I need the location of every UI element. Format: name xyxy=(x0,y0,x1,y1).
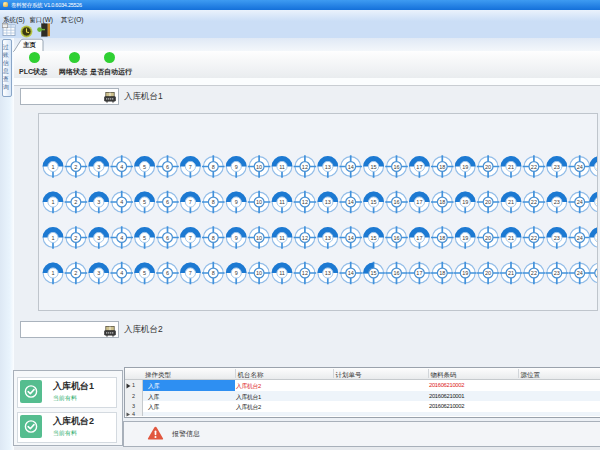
svg-text:14: 14 xyxy=(347,234,353,240)
svg-text:7: 7 xyxy=(188,163,191,169)
svg-text:22: 22 xyxy=(530,234,536,240)
svg-text:15: 15 xyxy=(370,199,376,205)
svg-text:18: 18 xyxy=(439,234,445,240)
svg-text:18: 18 xyxy=(439,163,445,169)
svg-text:15: 15 xyxy=(370,163,376,169)
svg-text:5: 5 xyxy=(143,270,146,276)
svg-text:20: 20 xyxy=(485,199,491,205)
svg-text:13: 13 xyxy=(324,163,330,169)
svg-text:21: 21 xyxy=(507,270,513,276)
svg-text:5: 5 xyxy=(143,234,146,240)
svg-text:7: 7 xyxy=(188,270,191,276)
svg-text:13: 13 xyxy=(324,199,330,205)
svg-text:12: 12 xyxy=(301,199,307,205)
svg-text:3: 3 xyxy=(97,270,100,276)
svg-text:8: 8 xyxy=(211,270,214,276)
svg-text:23: 23 xyxy=(553,163,559,169)
svg-text:11: 11 xyxy=(279,270,285,276)
svg-text:19: 19 xyxy=(462,163,468,169)
svg-text:9: 9 xyxy=(234,199,237,205)
svg-text:18: 18 xyxy=(439,270,445,276)
svg-text:9: 9 xyxy=(234,234,237,240)
svg-text:16: 16 xyxy=(393,270,399,276)
svg-text:8: 8 xyxy=(211,234,214,240)
svg-text:2: 2 xyxy=(74,234,77,240)
svg-text:1: 1 xyxy=(51,234,54,240)
svg-text:19: 19 xyxy=(462,199,468,205)
svg-text:23: 23 xyxy=(553,270,559,276)
svg-text:2: 2 xyxy=(74,270,77,276)
svg-text:12: 12 xyxy=(301,234,307,240)
svg-text:23: 23 xyxy=(553,234,559,240)
svg-text:11: 11 xyxy=(279,163,285,169)
svg-text:10: 10 xyxy=(256,270,262,276)
svg-text:9: 9 xyxy=(234,163,237,169)
svg-text:22: 22 xyxy=(530,199,536,205)
svg-text:16: 16 xyxy=(393,163,399,169)
svg-text:14: 14 xyxy=(347,270,353,276)
svg-text:11: 11 xyxy=(279,234,285,240)
svg-text:24: 24 xyxy=(576,163,582,169)
svg-text:12: 12 xyxy=(301,163,307,169)
svg-text:10: 10 xyxy=(256,234,262,240)
svg-text:6: 6 xyxy=(165,270,168,276)
svg-text:17: 17 xyxy=(416,234,422,240)
svg-text:24: 24 xyxy=(576,270,582,276)
svg-text:16: 16 xyxy=(393,199,399,205)
svg-text:21: 21 xyxy=(507,234,513,240)
svg-text:10: 10 xyxy=(256,199,262,205)
svg-text:22: 22 xyxy=(530,270,536,276)
svg-text:7: 7 xyxy=(188,199,191,205)
svg-text:3: 3 xyxy=(97,199,100,205)
svg-text:22: 22 xyxy=(530,163,536,169)
svg-text:4: 4 xyxy=(120,270,123,276)
svg-text:11: 11 xyxy=(279,199,285,205)
svg-text:9: 9 xyxy=(234,270,237,276)
svg-text:23: 23 xyxy=(553,199,559,205)
svg-text:13: 13 xyxy=(324,270,330,276)
svg-text:5: 5 xyxy=(143,199,146,205)
svg-text:19: 19 xyxy=(462,234,468,240)
svg-text:18: 18 xyxy=(439,199,445,205)
svg-text:17: 17 xyxy=(416,163,422,169)
svg-text:6: 6 xyxy=(165,199,168,205)
svg-text:14: 14 xyxy=(347,163,353,169)
svg-text:15: 15 xyxy=(370,234,376,240)
svg-text:20: 20 xyxy=(485,270,491,276)
svg-text:7: 7 xyxy=(188,234,191,240)
svg-text:14: 14 xyxy=(347,199,353,205)
svg-text:6: 6 xyxy=(165,234,168,240)
svg-text:3: 3 xyxy=(97,234,100,240)
svg-text:24: 24 xyxy=(576,234,582,240)
svg-text:4: 4 xyxy=(120,234,123,240)
svg-text:17: 17 xyxy=(416,199,422,205)
svg-text:2: 2 xyxy=(74,199,77,205)
svg-text:19: 19 xyxy=(462,270,468,276)
svg-text:21: 21 xyxy=(507,199,513,205)
svg-text:21: 21 xyxy=(507,163,513,169)
svg-text:8: 8 xyxy=(211,163,214,169)
svg-text:5: 5 xyxy=(143,163,146,169)
svg-text:3: 3 xyxy=(97,163,100,169)
svg-text:10: 10 xyxy=(256,163,262,169)
svg-text:2: 2 xyxy=(74,163,77,169)
svg-text:12: 12 xyxy=(301,270,307,276)
svg-text:4: 4 xyxy=(120,163,123,169)
svg-text:8: 8 xyxy=(211,199,214,205)
svg-text:20: 20 xyxy=(485,163,491,169)
svg-text:15: 15 xyxy=(370,270,376,276)
svg-text:16: 16 xyxy=(393,234,399,240)
svg-text:13: 13 xyxy=(324,234,330,240)
svg-text:1: 1 xyxy=(51,199,54,205)
svg-text:1: 1 xyxy=(51,163,54,169)
svg-text:4: 4 xyxy=(120,199,123,205)
svg-text:17: 17 xyxy=(416,270,422,276)
svg-text:6: 6 xyxy=(165,163,168,169)
svg-text:1: 1 xyxy=(51,270,54,276)
svg-text:24: 24 xyxy=(576,199,582,205)
svg-text:20: 20 xyxy=(485,234,491,240)
